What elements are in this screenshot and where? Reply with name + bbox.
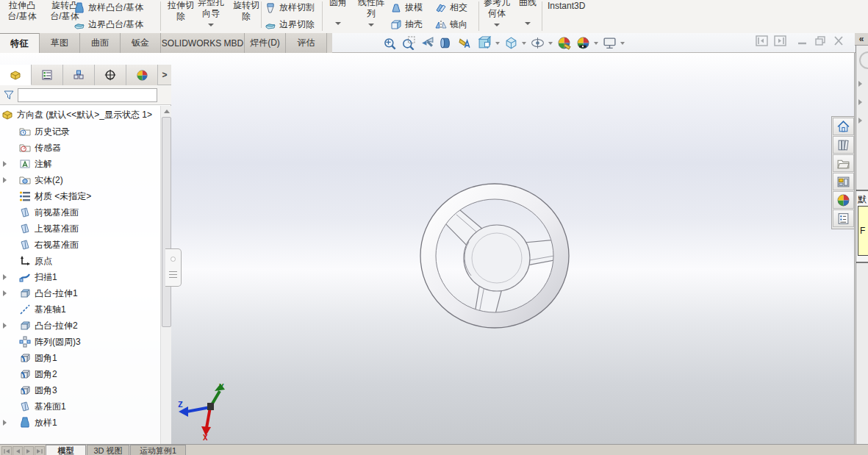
fillet-icon bbox=[19, 352, 31, 364]
reference-geometry-button[interactable]: 参考几 何体 bbox=[480, 0, 514, 19]
expand-arrow-icon[interactable] bbox=[3, 161, 7, 167]
display-style-icon[interactable] bbox=[501, 35, 520, 51]
tab-featuremanager-tree[interactable] bbox=[0, 65, 32, 85]
linear-pattern-dropdown-icon[interactable] bbox=[368, 24, 374, 26]
view-settings-dropdown-icon[interactable] bbox=[619, 42, 626, 45]
view-orientation-dropdown-icon[interactable] bbox=[494, 42, 501, 45]
part-icon bbox=[10, 69, 21, 81]
tab-features[interactable]: 特征 bbox=[0, 33, 40, 53]
axis-icon bbox=[19, 304, 31, 315]
pane-left-icon[interactable] bbox=[756, 35, 768, 46]
display-style-dropdown-icon[interactable] bbox=[520, 42, 528, 45]
boundary-cut-button[interactable]: 边界切除 bbox=[265, 17, 315, 32]
expand-arrow-icon[interactable] bbox=[3, 420, 7, 426]
shell-button[interactable]: 抽壳 bbox=[390, 17, 423, 32]
loft-boss-icon bbox=[73, 2, 85, 14]
material-icon bbox=[19, 190, 31, 202]
boundary-boss-button[interactable]: 边界凸台/基体 bbox=[73, 17, 143, 32]
scroll-thumb[interactable] bbox=[162, 117, 171, 327]
configuration-manager-icon bbox=[73, 69, 85, 81]
triad-x-label: X bbox=[203, 433, 208, 441]
toolbar-overflow-chevron[interactable]: « bbox=[855, 33, 868, 46]
boundary-boss-icon bbox=[73, 19, 85, 31]
previous-view-icon[interactable] bbox=[417, 35, 437, 51]
view-settings-icon[interactable] bbox=[600, 35, 619, 51]
instant3d-button[interactable]: Instant3D bbox=[548, 0, 599, 12]
tree-root-part[interactable]: 方向盘 (默认<<默认>_显示状态 1> bbox=[1, 107, 159, 122]
graphics-area[interactable]: Z Y X > 方向盘 (默认<<默认>_显示状态 1> bbox=[0, 53, 855, 447]
panel-flyout-arrow[interactable]: > bbox=[158, 65, 171, 85]
expand-arrow-icon[interactable] bbox=[3, 274, 7, 280]
curves-dropdown-icon[interactable] bbox=[525, 22, 531, 25]
zoom-to-fit-icon[interactable] bbox=[379, 35, 398, 51]
view-annotations-icon[interactable] bbox=[456, 35, 475, 51]
expand-arrow-icon[interactable] bbox=[3, 290, 7, 296]
section-view-icon[interactable] bbox=[437, 35, 456, 51]
plane-icon bbox=[19, 223, 31, 234]
tab-property-manager[interactable] bbox=[32, 65, 63, 85]
fillet-dropdown-icon[interactable] bbox=[335, 22, 341, 25]
tree-filter-input[interactable] bbox=[18, 88, 157, 102]
tab-sheet-metal[interactable]: 钣金 bbox=[121, 33, 161, 53]
expand-arrow-icon[interactable] bbox=[3, 323, 7, 329]
hide-show-items-dropdown-icon[interactable] bbox=[547, 42, 554, 45]
linear-pattern-button[interactable]: 线性阵 列 bbox=[354, 0, 389, 19]
curves-button[interactable]: 曲线 bbox=[514, 0, 541, 8]
tab-evaluate[interactable]: 评估 bbox=[286, 33, 327, 53]
draft-button[interactable]: 拔模 bbox=[390, 0, 423, 15]
tab-motion-study1[interactable]: 运动算例1 bbox=[130, 445, 186, 455]
last-study-icon[interactable] bbox=[35, 446, 45, 455]
history-folder-icon bbox=[19, 126, 31, 137]
fillet-button[interactable]: 圆角 bbox=[323, 0, 353, 8]
home-icon[interactable] bbox=[833, 118, 854, 135]
display-manager-ball-icon bbox=[136, 69, 148, 82]
next-study-icon[interactable] bbox=[24, 446, 34, 455]
panel-splitter-handle[interactable] bbox=[165, 248, 182, 287]
tab-solidworks-mbd[interactable]: SOLIDWORKS MBD bbox=[161, 33, 245, 53]
steering-wheel-model[interactable] bbox=[415, 179, 577, 337]
prev-study-icon[interactable] bbox=[12, 446, 23, 455]
view-orientation-icon[interactable] bbox=[475, 35, 494, 51]
extrude-icon bbox=[19, 287, 31, 299]
tab-display-manager[interactable] bbox=[126, 65, 158, 85]
revolve-cut-button[interactable]: 旋转切 除 bbox=[229, 0, 264, 22]
reference-geometry-dropdown-icon[interactable] bbox=[494, 24, 500, 26]
intersect-button[interactable]: 相交 bbox=[435, 0, 467, 15]
clipped-expand-arrow-icon bbox=[858, 81, 862, 87]
restore-icon[interactable] bbox=[814, 35, 827, 46]
appearances-icon[interactable] bbox=[833, 191, 854, 209]
edit-appearance-icon[interactable] bbox=[554, 35, 573, 51]
apply-scene-icon[interactable] bbox=[573, 35, 592, 51]
tab-surfaces[interactable]: 曲面 bbox=[80, 33, 121, 53]
first-study-icon[interactable] bbox=[1, 446, 12, 455]
clipped-expand-arrow-icon bbox=[858, 99, 862, 105]
file-explorer-icon[interactable] bbox=[833, 154, 854, 172]
tab-configuration-manager[interactable] bbox=[63, 65, 95, 85]
apply-scene-dropdown-icon[interactable] bbox=[592, 42, 600, 45]
tab-dimxpert-manager[interactable] bbox=[95, 65, 126, 85]
custom-properties-icon[interactable] bbox=[833, 209, 854, 227]
design-library-icon[interactable] bbox=[833, 136, 854, 154]
view-palette-icon[interactable] bbox=[833, 173, 854, 190]
zoom-to-area-icon[interactable] bbox=[398, 35, 417, 51]
loft-icon bbox=[19, 417, 31, 429]
hide-show-items-icon[interactable] bbox=[528, 35, 547, 51]
circular-pattern-icon bbox=[19, 336, 31, 348]
tab-model[interactable]: 模型 bbox=[46, 445, 86, 455]
tab-sketch[interactable]: 草图 bbox=[40, 33, 80, 53]
pane-right-icon[interactable] bbox=[774, 35, 786, 46]
loft-cut-button[interactable]: 放样切割 bbox=[265, 0, 315, 15]
expand-arrow-icon[interactable] bbox=[3, 177, 7, 183]
tab-weldments[interactable]: 焊件(D) bbox=[245, 33, 286, 53]
triad-y-label: Y bbox=[219, 382, 224, 392]
loft-boss-button[interactable]: 放样凸台/基体 bbox=[73, 0, 143, 15]
hole-wizard-dropdown-icon[interactable] bbox=[208, 24, 214, 26]
close-icon[interactable] bbox=[833, 35, 844, 46]
scroll-up-icon[interactable] bbox=[162, 107, 171, 116]
hole-wizard-button[interactable]: 异型孔 向导 bbox=[193, 0, 229, 19]
minimize-icon[interactable] bbox=[797, 35, 808, 46]
mirror-button[interactable]: 镜向 bbox=[435, 17, 467, 32]
extrude-boss-button[interactable]: 拉伸凸 台/基体 bbox=[1, 0, 43, 22]
tab-3d-views[interactable]: 3D 视图 bbox=[87, 445, 129, 455]
origin-icon bbox=[19, 255, 31, 267]
